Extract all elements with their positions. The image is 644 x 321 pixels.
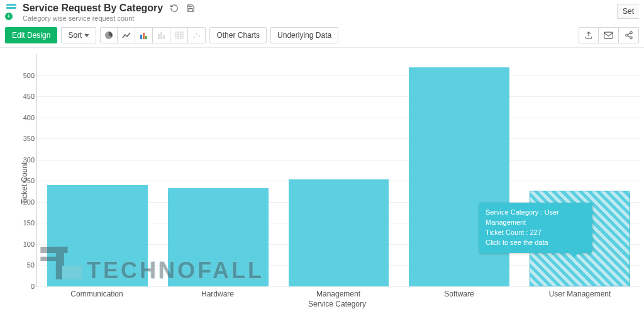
bar-slot	[279, 179, 399, 286]
settings-button[interactable]: Set	[617, 4, 639, 19]
svg-point-12	[625, 34, 628, 37]
x-tick: Communication	[36, 290, 157, 298]
x-tick: Software	[399, 290, 519, 298]
x-axis-label: Service Category	[36, 300, 638, 308]
sort-label: Sort	[68, 31, 82, 40]
svg-point-13	[630, 37, 632, 39]
svg-point-9	[199, 35, 201, 37]
toolbar: Edit Design Sort Other Charts Underlying…	[0, 23, 644, 48]
save-icon[interactable]	[186, 3, 196, 13]
svg-rect-10	[604, 32, 613, 38]
mail-icon[interactable]	[599, 27, 619, 43]
svg-point-7	[194, 37, 196, 38]
y-tick: 300	[16, 156, 35, 164]
chart-type-scatter-icon[interactable]	[188, 27, 206, 43]
edit-design-button[interactable]: Edit Design	[5, 27, 57, 43]
chart-type-table-icon[interactable]	[170, 27, 188, 43]
chart-type-line-icon[interactable]	[118, 27, 135, 43]
y-tick: 400	[16, 114, 35, 121]
tooltip-line: Click to see the data	[486, 238, 586, 248]
svg-rect-6	[175, 32, 183, 38]
bar-slot	[399, 67, 519, 286]
y-tick: 50	[16, 261, 35, 269]
y-tick: 150	[16, 219, 35, 227]
svg-rect-5	[163, 35, 165, 39]
tooltip-line: Service Category : User Management	[486, 208, 586, 228]
y-tick: 0	[16, 283, 35, 290]
x-tick: User Management	[519, 290, 640, 298]
bar-slot	[37, 185, 158, 286]
bar-software[interactable]	[409, 67, 509, 286]
chart-type-bar-icon[interactable]	[135, 27, 153, 43]
svg-rect-3	[158, 34, 160, 39]
bar-management[interactable]	[289, 179, 389, 286]
brand-icon[interactable]: +	[5, 4, 19, 20]
bar-slot	[158, 188, 279, 286]
chart-tooltip: Service Category : User Management Ticke…	[479, 203, 592, 253]
y-tick: 500	[16, 72, 35, 79]
x-tick: Management	[278, 290, 399, 298]
tooltip-line: Ticket Count : 227	[486, 228, 586, 238]
page-subtitle: Category wise service request count	[23, 14, 196, 22]
sort-button[interactable]: Sort	[61, 27, 96, 43]
chart-type-stacked-bar-icon[interactable]	[153, 27, 170, 43]
export-icon[interactable]	[579, 27, 599, 43]
gridline	[37, 286, 640, 287]
y-tick: 100	[16, 240, 35, 248]
svg-point-11	[630, 31, 632, 34]
page-title: Service Request By Category	[23, 3, 163, 14]
share-tools	[579, 27, 639, 43]
y-tick: 250	[16, 177, 35, 184]
y-tick: 350	[16, 135, 35, 142]
x-axis-labels: CommunicationHardwareManagementSoftwareU…	[36, 290, 640, 298]
svg-rect-0	[140, 35, 142, 39]
chart-type-pie-icon[interactable]	[100, 27, 118, 43]
svg-rect-2	[145, 36, 147, 39]
svg-rect-1	[143, 33, 145, 39]
refresh-icon[interactable]	[169, 3, 179, 13]
y-tick: 450	[16, 93, 35, 100]
x-tick: Hardware	[157, 290, 278, 298]
y-tick: 200	[16, 198, 35, 206]
svg-point-8	[196, 33, 198, 35]
header: + Service Request By Category Category w…	[0, 0, 644, 23]
share-icon[interactable]	[619, 27, 639, 43]
other-charts-button[interactable]: Other Charts	[209, 27, 267, 43]
chart-area: Ticket Count 050100150200250300350400450…	[0, 48, 644, 318]
bar-hardware[interactable]	[168, 188, 269, 286]
chevron-down-icon	[84, 34, 89, 37]
svg-rect-4	[160, 32, 162, 39]
underlying-data-button[interactable]: Underlying Data	[270, 27, 338, 43]
bar-communication[interactable]	[47, 185, 148, 286]
